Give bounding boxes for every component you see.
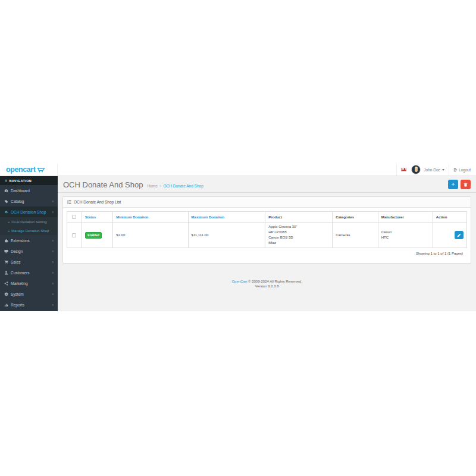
sidebar-item-och-donation-shop[interactable]: OCH Donation Shop › bbox=[0, 206, 58, 217]
sidebar-item-label: OCH Donation Shop bbox=[11, 210, 46, 214]
chevron-right-icon: › bbox=[52, 239, 54, 243]
puzzle-icon bbox=[4, 239, 8, 243]
list-icon bbox=[67, 200, 71, 204]
tag-icon bbox=[4, 199, 8, 203]
sidebar-item-system[interactable]: System › bbox=[0, 289, 58, 299]
nav-header-label: NAVIGATION bbox=[10, 179, 32, 183]
divider bbox=[449, 164, 449, 176]
manufacturer-cell: Canon HTC bbox=[378, 223, 433, 248]
sidebar-item-label: Reports bbox=[11, 303, 24, 307]
double-chevron-icon: » bbox=[8, 229, 10, 233]
column-categories: Categories bbox=[333, 212, 378, 223]
sidebar-subitem-och-donation-setting[interactable]: » OCH Donation Setting bbox=[0, 217, 58, 226]
chevron-right-icon: › bbox=[52, 260, 54, 264]
chevron-right-icon: › bbox=[52, 199, 54, 203]
sidebar-item-label: Extensions bbox=[11, 239, 30, 243]
product-line: Canon EOS 5D bbox=[268, 235, 329, 240]
sidebar-item-dashboard[interactable]: Dashboard bbox=[0, 185, 58, 196]
sidebar-item-reports[interactable]: Reports › bbox=[0, 299, 58, 310]
breadcrumb-separator: › bbox=[160, 184, 161, 188]
list-panel: OCH Donate And Shop List Status Minimu bbox=[62, 196, 471, 264]
sort-minimum-donation-link[interactable]: Minimum Donation bbox=[116, 215, 148, 219]
footer-version: Version 3.0.3.8 bbox=[58, 284, 476, 289]
column-manufacturer: Manufacturer bbox=[378, 212, 433, 223]
product-line: HP LP3065 bbox=[268, 230, 329, 235]
shopping-cart-icon bbox=[4, 260, 8, 264]
donation-list-table: Status Minimum Donation Maximum Donation… bbox=[67, 211, 467, 248]
pagination-status: Showing 1 to 1 of 1 (1 Pages) bbox=[67, 248, 467, 259]
chevron-right-icon: › bbox=[52, 303, 54, 307]
sidebar-subitem-manage-donation-shop[interactable]: » Manage Donation Shop bbox=[0, 226, 58, 235]
sidebar-item-label: System bbox=[11, 292, 24, 296]
table-row: Enabled $1.00 $11,111.00 Apple Cinema 30… bbox=[67, 223, 467, 248]
cart-logo-icon bbox=[37, 167, 45, 173]
logout-button[interactable]: Logout bbox=[453, 168, 471, 172]
product-line: iMac bbox=[268, 240, 329, 246]
sidebar-item-extensions[interactable]: Extensions › bbox=[0, 235, 58, 246]
page-title: OCH Donate And Shop bbox=[63, 180, 143, 189]
sidebar-item-customers[interactable]: Customers › bbox=[0, 267, 58, 278]
sidebar-submenu: » OCH Donation Setting » Manage Donation… bbox=[0, 217, 58, 235]
chevron-right-icon: › bbox=[52, 292, 54, 296]
sidebar-item-label: Catalog bbox=[11, 199, 24, 203]
gear-icon bbox=[4, 292, 8, 296]
top-bar: opencart John Doe Logout bbox=[0, 164, 476, 176]
sidebar-item-label: Design bbox=[11, 249, 23, 253]
sidebar-item-catalog[interactable]: Catalog › bbox=[0, 196, 58, 206]
sidebar-item-marketing[interactable]: Marketing › bbox=[0, 278, 58, 289]
opencart-link[interactable]: OpenCart bbox=[231, 280, 247, 283]
column-action: Action bbox=[433, 212, 466, 223]
share-icon bbox=[4, 281, 8, 286]
maximum-donation-cell: $11,111.00 bbox=[188, 223, 265, 248]
user-name[interactable]: John Doe bbox=[424, 168, 440, 172]
avatar[interactable] bbox=[411, 165, 421, 174]
header-buttons: + bbox=[448, 180, 471, 189]
sidebar: ≡ NAVIGATION Dashboard Catalog › OCH Don… bbox=[0, 176, 58, 311]
panel-body: Status Minimum Donation Maximum Donation… bbox=[63, 208, 471, 263]
chevron-right-icon: › bbox=[52, 281, 54, 286]
column-product: Product bbox=[265, 212, 333, 223]
sidebar-item-sales[interactable]: Sales › bbox=[0, 256, 58, 267]
delete-button[interactable] bbox=[461, 180, 471, 189]
eye-icon bbox=[4, 210, 8, 214]
breadcrumb-home[interactable]: Home bbox=[147, 184, 157, 188]
page-header: OCH Donate And Shop Home › OCH Donate An… bbox=[58, 176, 476, 193]
category-line: Cameras bbox=[336, 233, 375, 238]
add-new-button[interactable]: + bbox=[448, 180, 458, 189]
breadcrumb: Home › OCH Donate And Shop bbox=[147, 184, 203, 188]
chevron-right-icon: › bbox=[52, 210, 54, 214]
sort-maximum-donation-link[interactable]: Maximum Donation bbox=[192, 215, 224, 219]
sidebar-subitem-label: Manage Donation Shop bbox=[11, 229, 49, 233]
footer: OpenCart © 2009-2024 All Rights Reserved… bbox=[58, 279, 476, 289]
chevron-down-icon[interactable] bbox=[442, 169, 444, 171]
sidebar-item-label: Dashboard bbox=[11, 189, 30, 193]
product-line: Apple Cinema 30" bbox=[268, 224, 329, 230]
user-icon bbox=[4, 271, 8, 275]
sidebar-item-design[interactable]: Design › bbox=[0, 246, 58, 256]
chevron-right-icon: › bbox=[52, 271, 54, 275]
categories-cell: Cameras bbox=[333, 223, 378, 248]
menu-icon: ≡ bbox=[5, 178, 8, 183]
sidebar-subitem-label: OCH Donation Setting bbox=[11, 220, 46, 224]
brand-logo[interactable]: opencart bbox=[0, 164, 58, 176]
trash-icon bbox=[464, 183, 468, 187]
sidebar-item-label: Customers bbox=[11, 271, 29, 275]
avatar-face bbox=[415, 168, 418, 172]
divider bbox=[396, 164, 397, 176]
product-cell: Apple Cinema 30" HP LP3065 Canon EOS 5D … bbox=[265, 223, 333, 248]
manufacturer-line: HTC bbox=[381, 235, 430, 240]
bar-chart-icon bbox=[4, 303, 8, 307]
pencil-icon bbox=[457, 233, 461, 237]
minimum-donation-cell: $1.00 bbox=[113, 223, 188, 248]
sort-status-link[interactable]: Status bbox=[85, 215, 96, 219]
chevron-right-icon: › bbox=[52, 249, 54, 253]
sign-out-icon bbox=[453, 168, 458, 172]
breadcrumb-current-link[interactable]: OCH Donate And Shop bbox=[164, 184, 203, 188]
table-header-row: Status Minimum Donation Maximum Donation… bbox=[67, 212, 467, 223]
select-all-checkbox[interactable] bbox=[72, 215, 76, 219]
sidebar-nav-header: ≡ NAVIGATION bbox=[0, 176, 58, 185]
edit-button[interactable] bbox=[455, 231, 464, 239]
brand-logo-text: opencart bbox=[6, 165, 36, 174]
row-checkbox[interactable] bbox=[72, 233, 76, 237]
language-flag-icon[interactable] bbox=[401, 168, 406, 171]
